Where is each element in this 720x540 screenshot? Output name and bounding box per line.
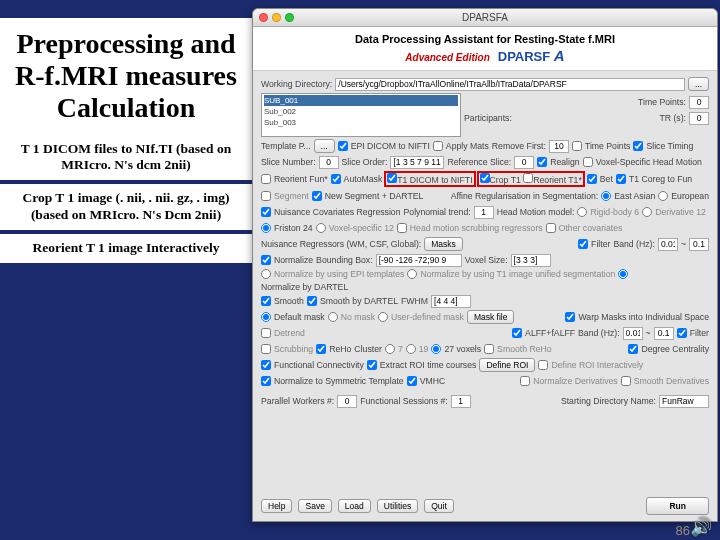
deriv12-rb[interactable] bbox=[642, 207, 652, 217]
fwhm-input[interactable] bbox=[431, 295, 471, 308]
rigid6-rb[interactable] bbox=[577, 207, 587, 217]
normt1-rb[interactable] bbox=[407, 269, 417, 279]
defmask-rb[interactable] bbox=[261, 312, 271, 322]
titlebar: DPARSFA bbox=[253, 9, 717, 27]
filter2-cb[interactable] bbox=[677, 328, 687, 338]
alff-lo-input[interactable] bbox=[623, 327, 643, 340]
eastasian-rb[interactable] bbox=[601, 191, 611, 201]
cropt1-cb[interactable] bbox=[480, 173, 490, 183]
nuisance-cb[interactable] bbox=[261, 207, 271, 217]
list-item[interactable]: Sub_003 bbox=[264, 117, 458, 128]
vmhc-cb[interactable] bbox=[407, 376, 417, 386]
scrub-cb[interactable] bbox=[261, 344, 271, 354]
reorientfun-cb[interactable] bbox=[261, 174, 271, 184]
list-item[interactable]: Sub_002 bbox=[264, 106, 458, 117]
save-button[interactable]: Save bbox=[298, 499, 331, 513]
t1coreg-cb[interactable] bbox=[616, 174, 626, 184]
applymats-cb[interactable] bbox=[433, 141, 443, 151]
wd-input[interactable] bbox=[335, 78, 685, 91]
alff-hi-input[interactable] bbox=[654, 327, 674, 340]
smreho-cb[interactable] bbox=[484, 344, 494, 354]
voxelhm-cb[interactable] bbox=[583, 157, 593, 167]
wd-browse-button[interactable]: ... bbox=[688, 77, 709, 91]
friston-rb[interactable] bbox=[261, 223, 271, 233]
smoothdartel-cb[interactable] bbox=[307, 296, 317, 306]
speaker-icon: 🔊 bbox=[690, 516, 712, 538]
reorientt1-cb[interactable] bbox=[523, 173, 533, 183]
brand-label: DPARSF A bbox=[498, 47, 565, 64]
quit-button[interactable]: Quit bbox=[424, 499, 454, 513]
tp-input[interactable] bbox=[689, 96, 709, 109]
participants-label: Participants: bbox=[464, 113, 512, 123]
refslice-input[interactable] bbox=[514, 156, 534, 169]
normsym-cb[interactable] bbox=[261, 376, 271, 386]
header: Data Processing Assistant for Resting-St… bbox=[253, 27, 717, 71]
utilities-button[interactable]: Utilities bbox=[377, 499, 418, 513]
slide-body-2: Crop T 1 image (. nii, . nii. gz, . img)… bbox=[0, 184, 252, 230]
slide-body-1: T 1 DICOM files to NIf.TI (based on MRIc… bbox=[0, 135, 252, 181]
hmscrub-cb[interactable] bbox=[397, 223, 407, 233]
dc-cb[interactable] bbox=[628, 344, 638, 354]
epi2nifti-cb[interactable] bbox=[338, 141, 348, 151]
load-button[interactable]: Load bbox=[338, 499, 371, 513]
alff-cb[interactable] bbox=[512, 328, 522, 338]
app-window: DPARSFA Data Processing Assistant for Re… bbox=[252, 8, 718, 522]
bbox-input[interactable] bbox=[376, 254, 462, 267]
footer: Help Save Load Utilities Quit Run bbox=[261, 497, 709, 515]
filter-hi-input[interactable] bbox=[689, 238, 709, 251]
maskfile-button[interactable]: Mask file bbox=[467, 310, 515, 324]
subject-list[interactable]: SUB_001 Sub_002 Sub_003 bbox=[261, 93, 461, 137]
template-button[interactable]: ... bbox=[314, 139, 335, 153]
othercov-cb[interactable] bbox=[546, 223, 556, 233]
tpcount-cb[interactable] bbox=[572, 141, 582, 151]
masks-button[interactable]: Masks bbox=[424, 237, 463, 251]
smooth-cb[interactable] bbox=[261, 296, 271, 306]
smderiv-cb[interactable] bbox=[621, 376, 631, 386]
sliceorder-input[interactable] bbox=[390, 156, 444, 169]
list-item[interactable]: SUB_001 bbox=[264, 95, 458, 106]
reho-cb[interactable] bbox=[316, 344, 326, 354]
automask-cb[interactable] bbox=[331, 174, 341, 184]
roilist-cb[interactable] bbox=[367, 360, 377, 370]
tr-input[interactable] bbox=[689, 112, 709, 125]
template-label: Template P... bbox=[261, 141, 311, 151]
c7-rb[interactable] bbox=[385, 344, 395, 354]
roiint-cb[interactable] bbox=[538, 360, 548, 370]
usermask-rb[interactable] bbox=[378, 312, 388, 322]
advanced-label: Advanced Edition bbox=[405, 52, 489, 63]
polytrend-input[interactable] bbox=[474, 206, 494, 219]
slide-title: Preprocessing and R-f.MRI measures Calcu… bbox=[0, 18, 252, 135]
c19-rb[interactable] bbox=[406, 344, 416, 354]
filter-cb[interactable] bbox=[578, 239, 588, 249]
realign-cb[interactable] bbox=[537, 157, 547, 167]
detrend-cb[interactable] bbox=[261, 328, 271, 338]
window-title: DPARSFA bbox=[253, 12, 717, 23]
voxsize-input[interactable] bbox=[511, 254, 551, 267]
run-button[interactable]: Run bbox=[646, 497, 709, 515]
slicetiming-cb[interactable] bbox=[633, 141, 643, 151]
european-rb[interactable] bbox=[658, 191, 668, 201]
normepi-rb[interactable] bbox=[261, 269, 271, 279]
fc-cb[interactable] bbox=[261, 360, 271, 370]
c27-rb[interactable] bbox=[431, 344, 441, 354]
normalize-cb[interactable] bbox=[261, 255, 271, 265]
bet-cb[interactable] bbox=[587, 174, 597, 184]
fs-input[interactable] bbox=[451, 395, 471, 408]
pw-input[interactable] bbox=[337, 395, 357, 408]
nomask-rb[interactable] bbox=[328, 312, 338, 322]
voxel12-rb[interactable] bbox=[316, 223, 326, 233]
tr-label: TR (s): bbox=[659, 113, 686, 123]
defineroi-button[interactable]: Define ROI bbox=[479, 358, 535, 372]
normderiv-cb[interactable] bbox=[520, 376, 530, 386]
removefirst-input[interactable] bbox=[549, 140, 569, 153]
tp-label: Time Points: bbox=[638, 97, 686, 107]
slicenum-input[interactable] bbox=[319, 156, 339, 169]
help-button[interactable]: Help bbox=[261, 499, 292, 513]
startdir-input[interactable] bbox=[659, 395, 709, 408]
warpmask-cb[interactable] bbox=[565, 312, 575, 322]
segment-cb[interactable] bbox=[261, 191, 271, 201]
t1dicom-cb[interactable] bbox=[387, 173, 397, 183]
normdartel-rb[interactable] bbox=[618, 269, 628, 279]
filter-lo-input[interactable] bbox=[658, 238, 678, 251]
newseg-cb[interactable] bbox=[312, 191, 322, 201]
